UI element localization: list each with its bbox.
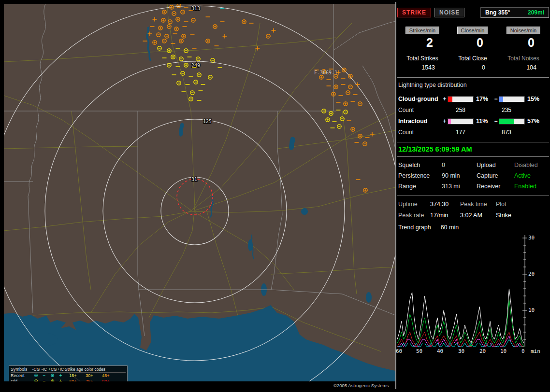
cg-neg-fill	[499, 97, 503, 102]
distribution-title: Lightning type distribution	[398, 82, 549, 88]
capture-status: Active	[514, 172, 549, 179]
ic-pos-fill	[448, 119, 451, 124]
squelch-label: Squelch	[398, 162, 442, 168]
divider	[397, 91, 549, 91]
circle-minus-icon: ⊖	[32, 378, 40, 381]
legend-symbols-header: Symbols	[11, 366, 32, 372]
x-tick-20: 20	[479, 348, 486, 354]
bearing-range: 209mi	[528, 9, 544, 16]
ic-neg-fill	[499, 119, 514, 124]
circle-minus-icon: ⊖	[32, 373, 40, 378]
cg-neg-bar	[499, 96, 525, 102]
uptime-label: Uptime	[398, 201, 430, 208]
ic-neg-pct: 57%	[525, 118, 542, 125]
squelch-value: 0	[442, 162, 477, 168]
y-tick-30: 30	[528, 235, 535, 241]
panel-separator	[395, 2, 396, 389]
total-strikes-label: Total Strikes	[397, 55, 448, 62]
minus-icon: −	[40, 373, 48, 378]
persistence-label: Persistence	[398, 172, 442, 179]
noises-per-min-value: 0	[498, 36, 549, 50]
minus-sign: −	[493, 96, 499, 102]
noise-mode-button[interactable]: NOISE	[434, 8, 464, 17]
x-tick-60: 60	[396, 348, 402, 354]
legend-col-pos-ic: +IC	[57, 366, 65, 372]
cg-pos-fill	[448, 97, 452, 102]
peak-rate-label: Peak rate	[398, 212, 430, 219]
copyright: ©2005 Astrogenic Systems	[333, 383, 389, 388]
strike-legend: Symbols -CG -IC +CG +IC Strike age color…	[9, 365, 128, 381]
distribution-panel: Cloud-ground + 17% − 15% Count 258 235 I…	[397, 96, 549, 136]
nexstorm-window: 31324912531 F-3669-1 Symbols -CG -IC +CG…	[0, 0, 550, 392]
legend-col-pos-cg: +CG	[48, 366, 57, 372]
age-60: 60+	[65, 378, 81, 381]
minus-sign: −	[493, 118, 499, 125]
trend-graph-label: Trend graph	[398, 224, 431, 231]
strikes-column: Strikes/min 2 Total Strikes 1543	[397, 27, 448, 71]
total-noises-value: 104	[498, 64, 549, 71]
status-sidebar: STRIKE NOISE Bng 355° 209mi Strikes/min …	[397, 4, 549, 389]
upload-status: Disabled	[514, 162, 549, 168]
age-45: 45+	[98, 373, 114, 378]
trend-window-value: 60 min	[441, 224, 459, 231]
plus-sign: +	[442, 96, 448, 102]
persistence-value: 90 min	[442, 172, 477, 179]
receiver-status: Enabled	[514, 183, 549, 190]
close-per-min-button[interactable]: Close/min	[457, 27, 489, 34]
plus-icon: +	[57, 378, 65, 381]
cg-neg-pct: 15%	[525, 96, 542, 102]
plus-sign: +	[442, 118, 448, 125]
age-75: 75+	[81, 378, 98, 381]
close-per-min-value: 0	[448, 36, 498, 50]
lightning-map[interactable]: 31324912531 F-3669-1 Symbols -CG -IC +CG…	[4, 4, 395, 381]
svg-text:125: 125	[203, 119, 212, 124]
plot-mode-value: Strike	[496, 212, 525, 219]
noises-per-min-button[interactable]: Noises/min	[507, 27, 540, 34]
range-label: Range	[398, 183, 442, 190]
age-15: 15+	[65, 373, 81, 378]
cg-count-label: Count	[397, 107, 442, 113]
x-tick-30: 30	[458, 348, 464, 354]
age-90: 90+	[98, 378, 114, 381]
legend-age-header: Strike age color codes	[65, 366, 114, 372]
trend-graph: 30 20 10 60 50 40 30 20 10 0 min	[397, 234, 548, 358]
receiver-label: Receiver	[477, 183, 514, 190]
trend-header: Trend graph 60 min	[397, 220, 549, 233]
mode-toolbar: STRIKE NOISE Bng 355° 209mi	[397, 4, 549, 20]
cg-neg-count: 235	[499, 107, 525, 113]
trend-series-lines	[397, 289, 524, 347]
trend-plot	[397, 234, 548, 347]
upload-label: Upload	[477, 162, 514, 168]
strikes-per-min-button[interactable]: Strikes/min	[405, 27, 439, 34]
cg-pos-count: 258	[448, 107, 474, 113]
total-noises-label: Total Noises	[498, 55, 549, 62]
legend-row-old-label: Old	[11, 378, 32, 381]
total-close-label: Total Close	[448, 55, 498, 62]
map-annotation: F-3669-1	[314, 70, 337, 75]
plot-label: Plot	[496, 201, 525, 208]
ic-pos-pct: 11%	[474, 118, 493, 125]
cg-pos-pct: 17%	[474, 96, 493, 102]
legend-col-neg-cg: -CG	[32, 366, 40, 372]
range-value: 313 mi	[442, 183, 477, 190]
circle-plus-icon: ⊕	[48, 378, 57, 381]
divider	[397, 77, 549, 78]
x-axis-unit: min	[531, 348, 540, 354]
strike-mode-button[interactable]: STRIKE	[397, 8, 431, 17]
x-tick-40: 40	[437, 348, 443, 354]
x-tick-50: 50	[416, 348, 422, 354]
peak-time-value: 3:02 AM	[460, 212, 496, 219]
peak-time-label: Peak time	[460, 201, 496, 208]
circle-plus-icon: ⊕	[48, 373, 57, 378]
minus-icon: −	[40, 378, 48, 381]
y-tick-20: 20	[528, 271, 535, 277]
total-strikes-value: 1543	[397, 64, 448, 71]
bearing-readout: Bng 355° 209mi	[480, 7, 549, 18]
intracloud-label: Intracloud	[397, 118, 442, 125]
ic-pos-bar	[448, 118, 474, 125]
y-tick-10: 10	[528, 307, 535, 313]
cloud-ground-label: Cloud-ground	[397, 96, 442, 102]
noises-column: Noises/min 0 Total Noises 104	[498, 27, 549, 71]
ic-neg-bar	[499, 118, 525, 125]
bearing-value: Bng 355°	[485, 9, 510, 16]
